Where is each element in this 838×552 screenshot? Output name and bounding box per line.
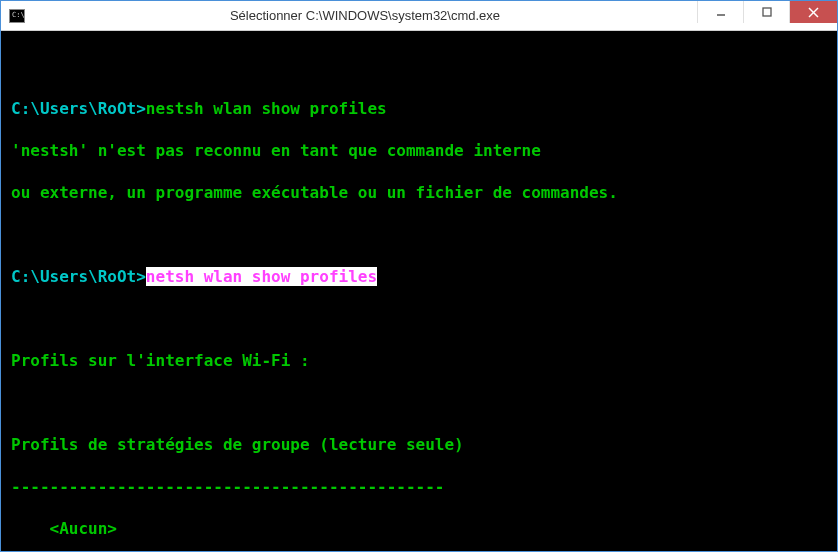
terminal-line: ----------------------------------------… bbox=[11, 476, 827, 497]
terminal-area[interactable]: C:\Users\RoOt>nestsh wlan show profiles … bbox=[1, 31, 837, 551]
cmd-window: C:\ Sélectionner C:\WINDOWS\system32\cmd… bbox=[0, 0, 838, 552]
titlebar[interactable]: C:\ Sélectionner C:\WINDOWS\system32\cmd… bbox=[1, 1, 837, 31]
terminal-line: 'nestsh' n'est pas reconnu en tant que c… bbox=[11, 140, 827, 161]
close-button[interactable] bbox=[789, 1, 837, 23]
terminal-line: C:\Users\RoOt>nestsh wlan show profiles bbox=[11, 98, 827, 119]
terminal-line: Profils de stratégies de groupe (lecture… bbox=[11, 434, 827, 455]
terminal-line: C:\Users\RoOt>netsh wlan show profiles bbox=[11, 266, 827, 287]
cmd-icon-text: C:\ bbox=[12, 12, 25, 19]
terminal-line: Profils sur l'interface Wi-Fi : bbox=[11, 350, 827, 371]
svg-rect-1 bbox=[763, 8, 771, 16]
cmd-icon: C:\ bbox=[9, 9, 25, 23]
command-text: nestsh wlan show profiles bbox=[146, 99, 387, 118]
minimize-button[interactable] bbox=[697, 1, 743, 23]
terminal-line: ou externe, un programme exécutable ou u… bbox=[11, 182, 827, 203]
selected-command[interactable]: netsh wlan show profiles bbox=[146, 267, 377, 286]
prompt: C:\Users\RoOt> bbox=[11, 267, 146, 286]
window-title: Sélectionner C:\WINDOWS\system32\cmd.exe bbox=[33, 8, 697, 23]
prompt: C:\Users\RoOt> bbox=[11, 99, 146, 118]
terminal-line: <Aucun> bbox=[11, 518, 827, 539]
window-controls bbox=[697, 1, 837, 30]
maximize-button[interactable] bbox=[743, 1, 789, 23]
